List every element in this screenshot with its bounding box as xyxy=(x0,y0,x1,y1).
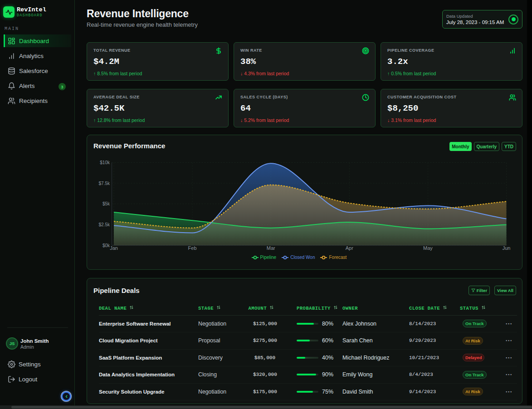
svg-text:$10k: $10k xyxy=(100,160,110,165)
svg-text:Jun: Jun xyxy=(503,245,511,251)
svg-text:Mar: Mar xyxy=(267,245,275,251)
svg-text:$0k: $0k xyxy=(102,243,110,248)
svg-text:Apr: Apr xyxy=(346,245,353,251)
svg-text:$5k: $5k xyxy=(102,201,110,206)
svg-text:$7.5k: $7.5k xyxy=(99,181,110,186)
svg-text:Feb: Feb xyxy=(188,245,197,251)
svg-text:May: May xyxy=(423,245,433,251)
svg-text:$2.5k: $2.5k xyxy=(99,222,110,227)
svg-text:Jan: Jan xyxy=(110,245,118,251)
